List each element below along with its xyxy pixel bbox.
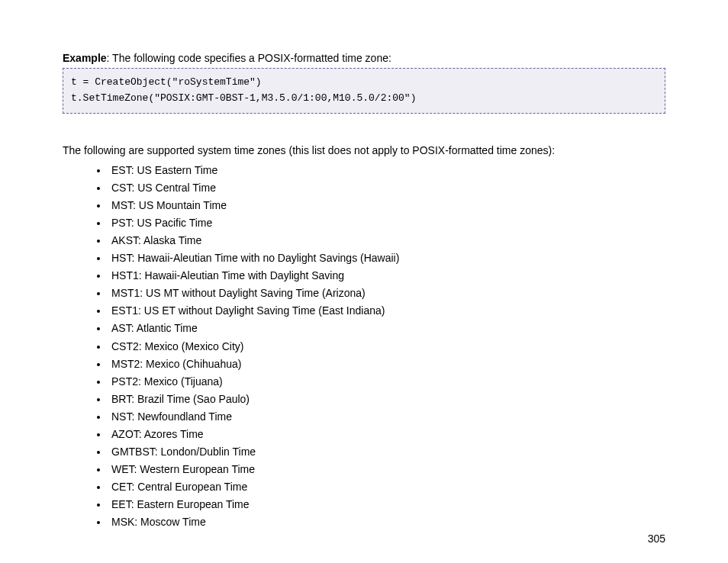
list-item: MST: US Mountain Time (108, 197, 665, 214)
code-line-1: t = CreateObject("roSystemTime") (71, 76, 262, 88)
code-block: t = CreateObject("roSystemTime") t.SetTi… (63, 68, 665, 114)
list-item: AZOT: Azores Time (108, 426, 665, 443)
list-item: EST1: US ET without Daylight Saving Time… (108, 302, 665, 320)
list-item: PST2: Mexico (Tijuana) (108, 373, 665, 391)
example-line: Example: The following code specifies a … (63, 52, 665, 64)
list-item: NST: Newfoundland Time (108, 408, 665, 426)
intro-text: The following are supported system time … (63, 144, 665, 156)
list-item: GMTBST: London/Dublin Time (108, 443, 665, 461)
list-item: PST: US Pacific Time (108, 214, 665, 232)
list-item: EST: US Eastern Time (108, 162, 665, 179)
list-item: AKST: Alaska Time (108, 232, 665, 249)
example-label: Example (63, 52, 107, 64)
list-item: BRT: Brazil Time (Sao Paulo) (108, 391, 665, 408)
list-item: MST1: US MT without Daylight Saving Time… (108, 285, 665, 302)
list-item: HST: Hawaii-Aleutian Time with no Daylig… (108, 249, 665, 267)
timezone-list: EST: US Eastern Time CST: US Central Tim… (63, 162, 665, 532)
list-item: EET: Eastern European Time (108, 496, 665, 513)
list-item: CST2: Mexico (Mexico City) (108, 338, 665, 355)
list-item: CST: US Central Time (108, 179, 665, 197)
list-item: WET: Western European Time (108, 461, 665, 478)
example-description: : The following code specifies a POSIX-f… (107, 52, 391, 64)
list-item: CET: Central European Time (108, 478, 665, 496)
list-item: MSK: Moscow Time (108, 513, 665, 531)
list-item: HST1: Hawaii-Aleutian Time with Daylight… (108, 267, 665, 285)
list-item: MST2: Mexico (Chihuahua) (108, 355, 665, 373)
code-line-2: t.SetTimeZone("POSIX:GMT-0BST-1,M3.5.0/1… (71, 92, 416, 104)
list-item: AST: Atlantic Time (108, 320, 665, 337)
page-number: 305 (648, 532, 665, 545)
